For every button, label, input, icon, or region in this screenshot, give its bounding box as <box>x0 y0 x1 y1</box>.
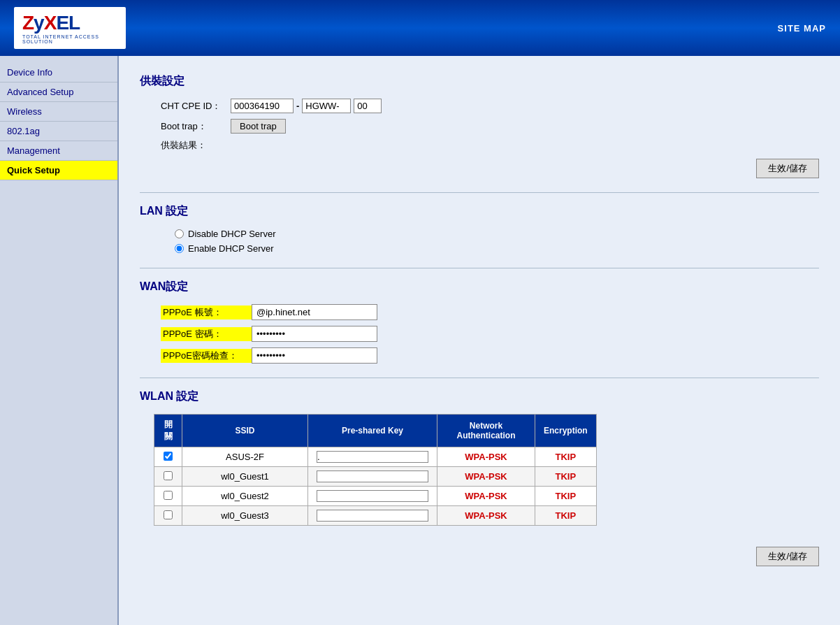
pppoe-confirm-row: PPPoE密碼檢查： <box>161 347 819 364</box>
row2-auth: WPA-PSK <box>437 467 535 487</box>
disable-dhcp-radio[interactable] <box>175 229 184 238</box>
row3-enc: TKIP <box>535 487 597 506</box>
pppoe-password-label: PPPoE 密碼： <box>161 327 252 341</box>
table-row: wl0_Guest3 WPA-PSK TKIP <box>154 506 597 526</box>
row3-psk[interactable] <box>308 487 437 506</box>
row1-ssid: ASUS-2F <box>182 447 308 467</box>
cht-cpe-id-label: CHT CPE ID： <box>161 100 231 113</box>
divider-3 <box>140 378 819 378</box>
logo-text: ZyXEL <box>22 12 80 34</box>
site-map-link[interactable]: SITE MAP <box>778 23 826 34</box>
row2-check[interactable] <box>154 467 182 487</box>
save-button-2[interactable]: 生效/儲存 <box>756 547 819 566</box>
save-button-1[interactable]: 生效/儲存 <box>756 159 819 178</box>
row3-check[interactable] <box>154 487 182 506</box>
provisioning-result-row: 供裝結果： <box>161 139 819 152</box>
cht-cpe-id-row: CHT CPE ID： - <box>161 99 819 113</box>
pppoe-password-input[interactable] <box>252 326 377 342</box>
wan-title: WAN設定 <box>140 280 819 294</box>
enable-dhcp-label: Enable DHCP Server <box>188 243 274 254</box>
lan-section: LAN 設定 Disable DHCP Server Enable DHCP S… <box>140 204 819 254</box>
provisioning-result-label: 供裝結果： <box>161 139 231 152</box>
cht-dash-1: - <box>296 101 299 111</box>
pppoe-account-row: PPPoE 帳號： <box>161 304 819 320</box>
enable-dhcp-radio[interactable] <box>175 244 184 253</box>
content-area: 供裝設定 CHT CPE ID： - Boot trap： Boot trap … <box>119 56 840 625</box>
pppoe-password-row: PPPoE 密碼： <box>161 326 819 342</box>
row4-check[interactable] <box>154 506 182 526</box>
provisioning-section: 供裝設定 CHT CPE ID： - Boot trap： Boot trap … <box>140 74 819 178</box>
row1-check[interactable] <box>154 447 182 467</box>
wlan-table: 開關 SSID Pre-shared Key NetworkAuthentica… <box>154 414 597 526</box>
cht-cpe-id-inputs: - <box>231 99 382 113</box>
pppoe-account-label: PPPoE 帳號： <box>161 306 252 319</box>
divider-1 <box>140 192 819 193</box>
row2-enc: TKIP <box>535 467 597 487</box>
save-btn-container-2: 生效/儲存 <box>140 547 819 566</box>
table-row: wl0_Guest2 WPA-PSK TKIP <box>154 487 597 506</box>
provisioning-title: 供裝設定 <box>140 74 819 89</box>
row4-enc: TKIP <box>535 506 597 526</box>
top-header: ZyXEL Total Internet Access Solution SIT… <box>0 0 840 56</box>
row1-enc: TKIP <box>535 447 597 467</box>
boot-trap-button[interactable]: Boot trap <box>231 119 286 134</box>
cht-input-3[interactable] <box>354 99 382 113</box>
sidebar-item-quick-setup[interactable]: Quick Setup <box>0 161 117 180</box>
wlan-section: WLAN 設定 開關 SSID Pre-shared Key NetworkAu… <box>140 389 819 566</box>
th-auth: NetworkAuthentication <box>437 415 535 447</box>
cht-input-1[interactable] <box>231 99 294 113</box>
enable-dhcp-row: Enable DHCP Server <box>175 243 819 254</box>
th-enc: Encryption <box>535 415 597 447</box>
disable-dhcp-label: Disable DHCP Server <box>188 229 275 239</box>
sidebar-item-wireless[interactable]: Wireless <box>0 102 117 122</box>
save-btn-container-1: 生效/儲存 <box>140 159 819 178</box>
row4-ssid: wl0_Guest3 <box>182 506 308 526</box>
logo-subtitle: Total Internet Access Solution <box>22 34 117 44</box>
row3-auth: WPA-PSK <box>437 487 535 506</box>
pppoe-confirm-input[interactable] <box>252 347 377 364</box>
disable-dhcp-row: Disable DHCP Server <box>175 229 819 239</box>
row4-auth: WPA-PSK <box>437 506 535 526</box>
row1-psk[interactable] <box>308 447 437 467</box>
table-row: ASUS-2F WPA-PSK TKIP <box>154 447 597 467</box>
pppoe-confirm-label: PPPoE密碼檢查： <box>161 349 252 363</box>
row4-psk[interactable] <box>308 506 437 526</box>
lan-title: LAN 設定 <box>140 204 819 219</box>
wan-section: WAN設定 PPPoE 帳號： PPPoE 密碼： PPPoE密碼檢查： <box>140 280 819 364</box>
main-layout: Device Info Advanced Setup Wireless 802.… <box>0 56 840 625</box>
row2-ssid: wl0_Guest1 <box>182 467 308 487</box>
sidebar-item-device-info[interactable]: Device Info <box>0 63 117 82</box>
sidebar-item-802-1ag[interactable]: 802.1ag <box>0 122 117 141</box>
cht-input-2[interactable] <box>302 99 351 113</box>
sidebar-item-management[interactable]: Management <box>0 141 117 161</box>
divider-2 <box>140 268 819 268</box>
sidebar: Device Info Advanced Setup Wireless 802.… <box>0 56 119 625</box>
th-psk: Pre-shared Key <box>308 415 437 447</box>
row3-ssid: wl0_Guest2 <box>182 487 308 506</box>
boot-trap-label: Boot trap： <box>161 120 231 133</box>
table-row: wl0_Guest1 WPA-PSK TKIP <box>154 467 597 487</box>
boot-trap-row: Boot trap： Boot trap <box>161 119 819 134</box>
wlan-title: WLAN 設定 <box>140 389 819 404</box>
pppoe-account-input[interactable] <box>252 304 377 320</box>
th-ssid: SSID <box>182 415 308 447</box>
row2-psk[interactable] <box>308 467 437 487</box>
th-switch: 開關 <box>154 415 182 447</box>
sidebar-item-advanced-setup[interactable]: Advanced Setup <box>0 82 117 102</box>
row1-auth: WPA-PSK <box>437 447 535 467</box>
logo: ZyXEL Total Internet Access Solution <box>14 7 126 49</box>
